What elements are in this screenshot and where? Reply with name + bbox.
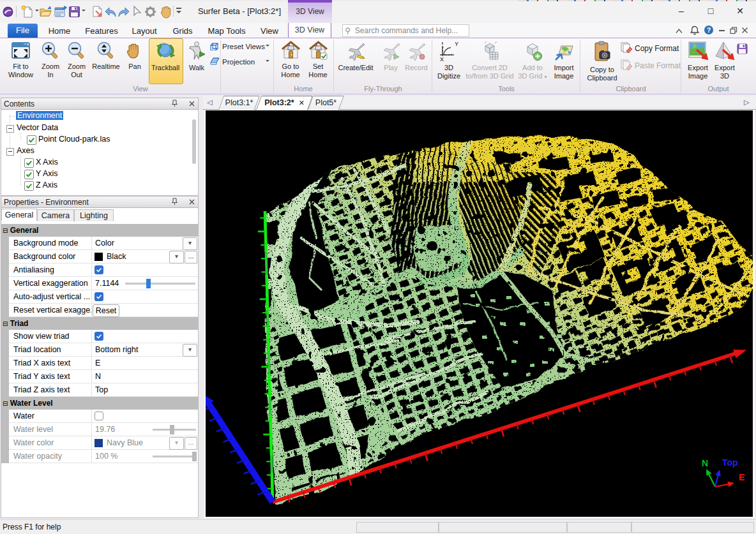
svg-text:Y: Y [455,41,458,47]
svg-text:X: X [440,56,444,62]
svg-text:Top: Top [722,457,738,468]
svg-text:N: N [702,458,708,468]
svg-text:E: E [739,472,745,482]
